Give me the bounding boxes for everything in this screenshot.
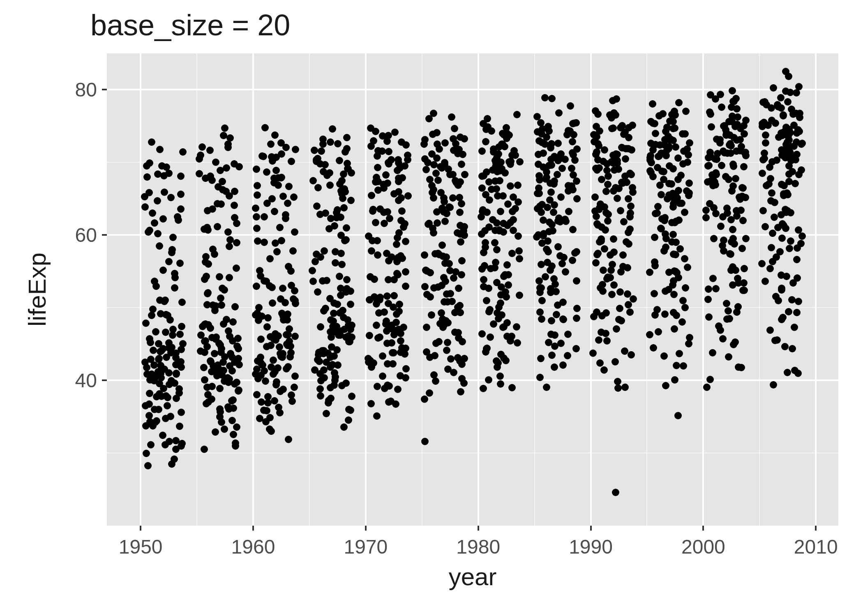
- data-point: [153, 393, 160, 400]
- data-point: [482, 138, 489, 145]
- data-point: [404, 152, 411, 159]
- data-point: [789, 345, 796, 352]
- data-point: [793, 309, 801, 316]
- data-point: [478, 172, 486, 180]
- data-point: [401, 220, 408, 228]
- data-point: [726, 141, 733, 149]
- data-point: [383, 250, 390, 257]
- data-point: [572, 345, 580, 352]
- data-point: [291, 333, 299, 340]
- data-point: [336, 157, 343, 164]
- data-point: [155, 355, 163, 362]
- data-point: [311, 147, 318, 154]
- data-point: [206, 147, 214, 154]
- data-point: [557, 150, 565, 158]
- data-point: [226, 236, 234, 244]
- data-point: [781, 343, 789, 350]
- data-point: [589, 349, 597, 357]
- data-point: [614, 384, 622, 392]
- data-point: [660, 352, 668, 360]
- data-point: [571, 249, 579, 257]
- data-point: [483, 297, 490, 304]
- data-point: [147, 339, 154, 346]
- data-point: [565, 127, 572, 134]
- data-point: [662, 128, 669, 135]
- data-point: [627, 209, 634, 217]
- data-point: [497, 351, 505, 358]
- data-point: [374, 147, 382, 154]
- data-point: [705, 285, 712, 293]
- data-point: [400, 324, 407, 331]
- data-point: [290, 295, 297, 303]
- data-point: [258, 398, 265, 406]
- data-point: [547, 144, 554, 152]
- data-point: [573, 177, 580, 185]
- data-point: [768, 244, 775, 251]
- data-point: [662, 235, 670, 242]
- data-point: [725, 307, 732, 315]
- data-point: [374, 164, 381, 171]
- data-point: [376, 333, 383, 341]
- data-point: [343, 134, 351, 141]
- data-point: [785, 308, 792, 315]
- data-point: [177, 191, 185, 198]
- data-point: [152, 328, 159, 336]
- data-point: [382, 171, 390, 179]
- data-point: [345, 416, 352, 424]
- data-point: [402, 141, 410, 149]
- data-point: [369, 206, 377, 213]
- data-point: [271, 208, 278, 215]
- data-point: [290, 193, 298, 201]
- data-point: [461, 355, 468, 362]
- data-point: [706, 200, 713, 207]
- data-point: [709, 275, 717, 282]
- data-point: [167, 413, 174, 420]
- data-point: [383, 340, 391, 347]
- x-tick: [702, 526, 704, 531]
- data-point: [768, 189, 775, 197]
- data-point: [165, 258, 173, 265]
- data-point: [774, 224, 782, 231]
- data-point: [216, 385, 224, 392]
- data-point: [286, 325, 293, 333]
- data-point: [326, 295, 334, 302]
- data-point: [674, 412, 682, 419]
- data-point: [681, 209, 688, 216]
- data-point: [365, 355, 372, 362]
- data-point: [616, 305, 623, 312]
- data-point: [621, 172, 629, 180]
- data-point: [492, 259, 499, 266]
- data-point: [282, 211, 289, 218]
- data-point: [173, 395, 180, 402]
- data-point: [674, 154, 682, 162]
- data-point: [682, 284, 689, 292]
- y-tick: [102, 234, 107, 236]
- data-point: [543, 384, 550, 391]
- data-point: [254, 182, 261, 189]
- data-point: [253, 213, 260, 221]
- data-point: [653, 306, 661, 313]
- data-point: [201, 376, 208, 384]
- data-point: [396, 164, 404, 172]
- data-point: [398, 207, 406, 215]
- data-point: [320, 366, 328, 374]
- data-point: [395, 308, 403, 315]
- data-point: [591, 193, 599, 201]
- x-major-grid: [815, 53, 817, 526]
- data-point: [455, 329, 462, 336]
- data-point: [177, 172, 185, 180]
- data-point: [178, 323, 185, 330]
- data-point: [154, 197, 161, 205]
- data-point: [291, 228, 298, 236]
- data-point: [145, 228, 152, 236]
- data-point: [390, 292, 398, 299]
- data-point: [761, 223, 769, 230]
- data-point: [151, 406, 158, 413]
- data-point: [338, 177, 346, 184]
- data-point: [178, 440, 186, 447]
- data-point: [534, 205, 541, 212]
- data-point: [254, 310, 261, 317]
- data-point: [499, 324, 507, 331]
- data-point: [395, 188, 402, 195]
- data-point: [395, 178, 402, 185]
